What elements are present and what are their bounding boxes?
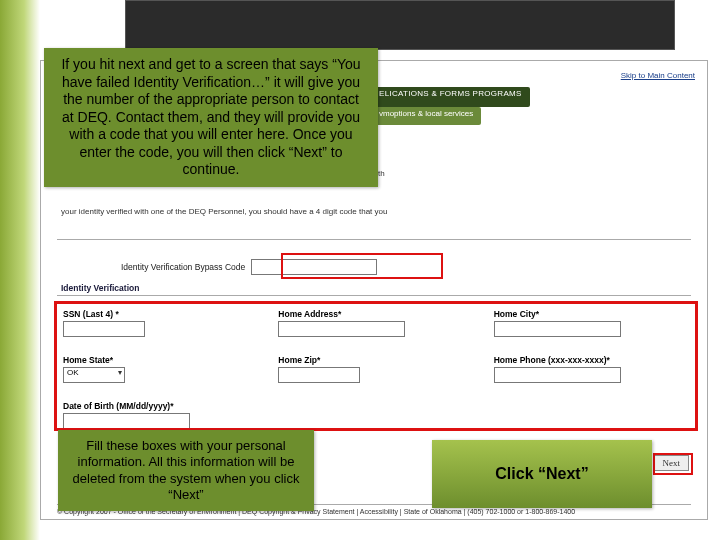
bypass-row: Identity Verification Bypass Code xyxy=(121,259,377,275)
phone-label: Home Phone (xxx-xxx-xxxx)* xyxy=(494,355,685,365)
identity-form: SSN (Last 4) * Home Address* Home City* … xyxy=(63,309,685,429)
main-nav[interactable]: ELICATIONS & FORMS PROGRAMS xyxy=(371,87,530,107)
callout-bottom-right: Click “Next” xyxy=(432,440,652,508)
zip-label: Home Zip* xyxy=(278,355,469,365)
sub-nav[interactable]: vmoptions & local services xyxy=(371,107,481,125)
ssn-label: SSN (Last 4) * xyxy=(63,309,254,319)
divider xyxy=(57,239,691,240)
field-address: Home Address* xyxy=(278,309,469,337)
ssn-input[interactable] xyxy=(63,321,145,337)
divider xyxy=(57,295,691,296)
callout-bottom-left: Fill these boxes with your personal info… xyxy=(58,430,314,511)
field-zip: Home Zip* xyxy=(278,355,469,383)
state-label: Home State* xyxy=(63,355,254,365)
callout-top: If you hit next and get to a screen that… xyxy=(44,48,378,187)
address-input[interactable] xyxy=(278,321,405,337)
next-button[interactable]: Next xyxy=(654,455,690,471)
zip-input[interactable] xyxy=(278,367,360,383)
intro-text-2: your identity verified with one of the D… xyxy=(61,207,687,216)
state-select[interactable]: OK xyxy=(63,367,125,383)
dob-input[interactable] xyxy=(63,413,190,429)
phone-input[interactable] xyxy=(494,367,621,383)
city-label: Home City* xyxy=(494,309,685,319)
field-dob: Date of Birth (MM/dd/yyyy)* xyxy=(63,401,254,429)
field-city: Home City* xyxy=(494,309,685,337)
skip-link[interactable]: Skip to Main Content xyxy=(621,71,695,80)
address-label: Home Address* xyxy=(278,309,469,319)
city-input[interactable] xyxy=(494,321,621,337)
slide-title-banner xyxy=(125,0,675,50)
section-title: Identity Verification xyxy=(61,283,139,293)
field-phone: Home Phone (xxx-xxx-xxxx)* xyxy=(494,355,685,383)
slide-left-accent xyxy=(0,0,40,540)
field-ssn: SSN (Last 4) * xyxy=(63,309,254,337)
field-state: Home State* OK xyxy=(63,355,254,383)
bypass-label: Identity Verification Bypass Code xyxy=(121,262,245,272)
dob-label: Date of Birth (MM/dd/yyyy)* xyxy=(63,401,254,411)
bypass-code-input[interactable] xyxy=(251,259,377,275)
